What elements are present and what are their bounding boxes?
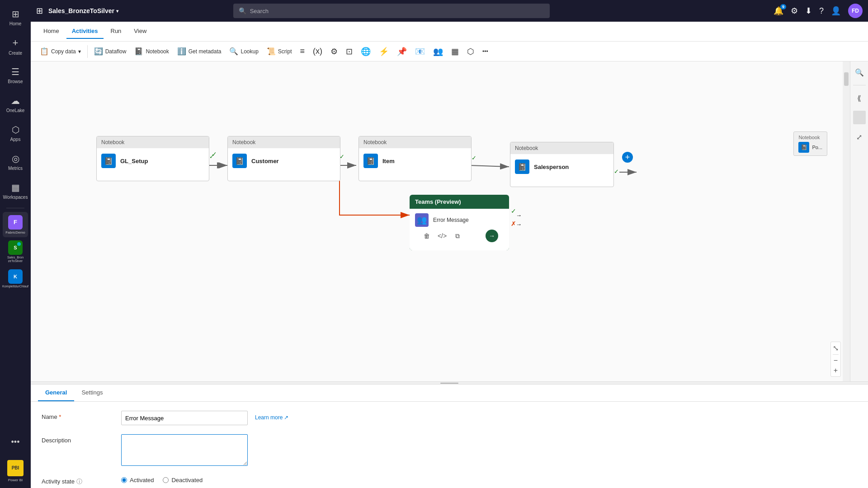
radio-deactivated[interactable]: Deactivated: [163, 477, 203, 483]
sidebar-app-komplett[interactable]: K KomplettdurChlauf: [3, 266, 28, 291]
sidebar-item-metrics[interactable]: ◎ Metrics: [2, 148, 29, 175]
activity-state-info-icon[interactable]: ⓘ: [76, 478, 82, 485]
node-item[interactable]: Notebook 📓 Item: [359, 136, 472, 181]
description-label: Description: [42, 434, 114, 444]
lookup-button[interactable]: 🔍 Lookup: [226, 45, 262, 58]
right-search-icon[interactable]: 🔍: [852, 65, 867, 80]
svg-line-6: [469, 165, 509, 167]
teams-activity-label: Error Message: [433, 217, 469, 223]
add-node-button[interactable]: +: [622, 152, 633, 163]
help-icon[interactable]: ?: [819, 6, 824, 16]
sidebar-app-sales-bronze[interactable]: S Sales_BronzeToSilver: [3, 239, 28, 264]
node-gl-setup-header: Notebook: [97, 136, 209, 148]
drag-line: [440, 383, 458, 384]
nav-home[interactable]: Home: [38, 24, 65, 39]
search-icon: 🔍: [239, 7, 246, 14]
sidebar-item-workspaces[interactable]: ▦ Workspaces: [2, 177, 29, 204]
avatar[interactable]: FD: [848, 4, 863, 18]
toolbar-extra-1[interactable]: ≡: [297, 44, 309, 58]
toolbar-extra-10[interactable]: ▦: [448, 44, 462, 59]
app-title[interactable]: Sales_BronzeToSilver ▾: [48, 7, 118, 14]
sidebar-item-onelake[interactable]: ☁ OneLake: [2, 90, 29, 117]
toolbar-extra-3[interactable]: ⚙: [327, 44, 341, 59]
sidebar-item-browse[interactable]: ☰ Browse: [2, 61, 29, 89]
radio-activated[interactable]: Activated: [121, 477, 154, 483]
teams-copy-button[interactable]: ⧉: [451, 230, 464, 242]
people-icon[interactable]: 👤: [831, 6, 841, 16]
navbar: Home Activities Run View: [31, 22, 868, 42]
radio-deactivated-input[interactable]: [163, 477, 169, 483]
toolbar-extra-9[interactable]: 👥: [429, 44, 447, 59]
script-button[interactable]: 📜 Script: [263, 45, 296, 58]
toolbar-extra-2[interactable]: (x): [309, 44, 326, 58]
sidebar-item-home[interactable]: ⊞ Home: [2, 4, 29, 31]
toolbar-extra-8[interactable]: 📧: [411, 44, 429, 59]
node-teams-error[interactable]: Teams (Preview) 👥 Error Message 🗑 </> ⧉ …: [410, 195, 509, 250]
toolbar-extra-6[interactable]: ⚡: [375, 44, 392, 59]
nav-run[interactable]: Run: [105, 24, 127, 39]
notification-icon[interactable]: 🔔 9: [774, 6, 783, 16]
right-expand-button[interactable]: ⤢: [852, 130, 867, 144]
toolbar-divider-1: [87, 45, 88, 58]
search-input[interactable]: [250, 8, 544, 14]
node-customer[interactable]: Notebook 📓 Customer: [227, 136, 340, 181]
scrollbar-thumb[interactable]: [844, 72, 849, 86]
notification-badge: 9: [780, 4, 786, 9]
zoom-controls: ⤡ − +: [830, 342, 841, 377]
toolbar-extra-5[interactable]: 🌐: [357, 44, 374, 59]
node-gl-setup-label: GL_Setup: [120, 158, 148, 164]
teams-go-button[interactable]: →: [486, 230, 498, 242]
search-bar[interactable]: 🔍: [233, 4, 550, 18]
toolbar-more-button[interactable]: •••: [479, 46, 492, 57]
right-collapse-button[interactable]: ⟪: [852, 91, 867, 105]
external-link-icon: ↗: [284, 414, 288, 421]
dataflow-button[interactable]: 🔄 Dataflow: [90, 45, 130, 58]
right-panel-node: Notebook 📓 Po...: [793, 131, 827, 156]
toolbar-extra-4[interactable]: ⊡: [342, 44, 356, 59]
radio-activated-input[interactable]: [121, 477, 127, 483]
node-salesperson-body: 📓 Salesperson: [510, 154, 613, 179]
zoom-plus-button[interactable]: +: [834, 366, 838, 375]
notebook-icon: 📓: [134, 47, 143, 56]
sidebar-pinned: F FabricDemo S Sales_BronzeToSilver K Ko…: [0, 212, 31, 291]
toolbar-extra-11[interactable]: ⬡: [463, 44, 478, 59]
pipeline-canvas-area[interactable]: ✓ ✓ ✓ ✓: [31, 61, 850, 381]
sidebar-item-apps[interactable]: ⬡ Apps: [2, 119, 29, 146]
canvas-scrollbar[interactable]: [843, 61, 850, 381]
topbar-right: 🔔 9 ⚙ ⬇ ? 👤 FD: [774, 4, 863, 18]
toolbar-extra-7[interactable]: 📌: [393, 44, 410, 59]
node-item-body: 📓 Item: [359, 148, 471, 174]
sidebar-item-more[interactable]: •••: [2, 428, 29, 455]
node-customer-header: Notebook: [228, 136, 340, 148]
node-customer-body: 📓 Customer: [228, 148, 340, 174]
name-input[interactable]: [121, 411, 248, 425]
sidebar-app-fabricdemo[interactable]: F FabricDemo: [3, 212, 28, 237]
learn-more-link[interactable]: Learn more ↗: [255, 411, 288, 421]
get-metadata-button[interactable]: ℹ️ Get metadata: [174, 45, 225, 58]
script-icon: 📜: [267, 47, 276, 56]
node-gl-setup[interactable]: Notebook 📓 GL_Setup: [96, 136, 209, 181]
nav-activities[interactable]: Activities: [66, 24, 104, 39]
sidebar-item-powerbi[interactable]: PBI Power BI: [2, 457, 29, 484]
settings-icon[interactable]: ⚙: [791, 6, 798, 16]
metrics-icon: ◎: [12, 153, 19, 164]
svg-text:✓: ✓: [614, 168, 619, 175]
tab-settings[interactable]: Settings: [74, 385, 110, 401]
tab-general[interactable]: General: [38, 385, 74, 401]
nav-view[interactable]: View: [128, 24, 152, 39]
teams-code-button[interactable]: </>: [436, 230, 448, 242]
teams-icon: 👥: [415, 213, 429, 227]
right-scrollbar-track[interactable]: [853, 111, 866, 124]
description-input[interactable]: [121, 434, 248, 466]
activity-state-radio-group: Activated Deactivated: [121, 475, 203, 483]
teams-delete-button[interactable]: 🗑: [420, 230, 433, 242]
sidebar-item-create[interactable]: + Create: [2, 33, 29, 60]
zoom-minus-button[interactable]: −: [834, 357, 838, 365]
grid-icon[interactable]: ⊞: [36, 6, 43, 16]
notebook-button[interactable]: 📓 Notebook: [131, 45, 172, 58]
zoom-expand-button[interactable]: ⤡: [833, 344, 839, 352]
download-icon[interactable]: ⬇: [805, 6, 812, 16]
node-customer-label: Customer: [251, 158, 279, 164]
copy-data-button[interactable]: 📋 Copy data ▾: [36, 45, 85, 58]
node-salesperson[interactable]: Notebook 📓 Salesperson: [510, 142, 614, 187]
